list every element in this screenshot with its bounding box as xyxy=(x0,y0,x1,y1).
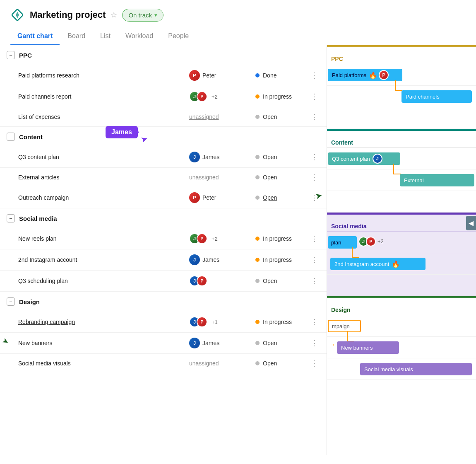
avatar: P xyxy=(197,317,207,327)
tab-gantt-chart[interactable]: Gantt chart xyxy=(10,27,60,45)
tab-people[interactable]: People xyxy=(161,27,196,45)
task-name: Q3 content plan xyxy=(18,154,189,160)
task-list: James ➤ − PPC Paid platforms research P … xyxy=(0,45,327,455)
project-title: Marketing project xyxy=(30,10,106,20)
task-name: 2nd Instagram account xyxy=(18,256,189,263)
collapse-design-button[interactable]: − xyxy=(7,297,15,306)
unassigned-link[interactable]: unassigned xyxy=(189,114,219,120)
tab-workload[interactable]: Workload xyxy=(118,27,161,45)
gantt-bar-paid-platforms: Paid platforms 🔥 P xyxy=(328,69,402,81)
gantt-bar-paid-channels: Paid channels xyxy=(401,90,472,103)
avatar-stack: J P xyxy=(189,233,207,244)
section-ppc-title: PPC xyxy=(19,52,32,59)
arrow-david-icon: ➤ xyxy=(1,336,11,347)
status-label: Done xyxy=(263,72,276,79)
gantt-row xyxy=(327,107,476,129)
status-area: In progress xyxy=(255,235,309,242)
task-name: Q3 scheduling plan xyxy=(18,278,189,284)
status-area: Open xyxy=(255,360,309,367)
assignee-name: Peter xyxy=(202,72,216,79)
assignee-name: James xyxy=(202,340,219,346)
table-row: Paid platforms research P Peter Done ⋮ xyxy=(0,65,327,86)
task-name: Paid channels report xyxy=(18,93,189,100)
status-area: Open xyxy=(255,278,309,284)
more-options-button[interactable]: ⋮ xyxy=(309,71,320,80)
gantt-row: → New banners xyxy=(327,337,476,358)
scroll-left-button[interactable]: ◀ xyxy=(466,216,476,230)
avatar: P xyxy=(189,70,200,81)
gantt-ppc-header: PPC xyxy=(327,45,476,64)
avatar-stack: J P xyxy=(189,317,207,327)
task-name: New reels plan xyxy=(18,235,189,242)
more-options-button[interactable]: ⋮ xyxy=(309,338,320,348)
table-row: Social media visuals unassigned Open ⋮ xyxy=(0,354,327,373)
star-icon[interactable]: ☆ xyxy=(111,10,117,19)
section-design: − Design xyxy=(0,292,327,312)
connector xyxy=(393,164,401,174)
more-options-button[interactable]: ⋮ xyxy=(309,152,320,162)
gantt-ppc-bar xyxy=(327,45,476,47)
assignee-area: unassigned xyxy=(189,360,255,367)
gantt-row xyxy=(327,275,476,296)
status-area: In progress xyxy=(255,319,309,325)
status-label: Open xyxy=(263,194,277,201)
status-area: Open xyxy=(255,114,309,120)
avatar-stack: J P xyxy=(189,276,207,286)
more-options-button[interactable]: ⋮ xyxy=(309,317,320,326)
status-label: Open xyxy=(263,278,277,284)
status-dot xyxy=(255,73,260,77)
more-options-button[interactable]: ⋮ xyxy=(309,112,320,121)
table-row: External articles unassigned Open ⋮ xyxy=(0,168,327,187)
assignee-area: J James xyxy=(189,152,255,162)
status-dot xyxy=(255,115,260,119)
status-label: Open xyxy=(263,154,277,160)
collapse-content-button[interactable]: − xyxy=(7,133,15,141)
avatar: J xyxy=(189,338,200,348)
table-row: Q3 scheduling plan J P Open ⋮ xyxy=(0,271,327,292)
more-options-button[interactable]: ⋮ xyxy=(309,276,320,285)
gantt-bar-social-visuals: Social media visuals xyxy=(360,363,472,375)
more-options-button[interactable]: ⋮ xyxy=(309,234,320,243)
section-design-title: Design xyxy=(19,298,40,305)
gantt-content-header: Content xyxy=(327,129,476,148)
chevron-down-icon: ▾ xyxy=(154,12,157,18)
collapse-social-button[interactable]: − xyxy=(7,214,15,222)
gantt-row: 2nd Instagram account 🔥 xyxy=(327,253,476,275)
avatar: P xyxy=(197,91,207,102)
nav-tabs: Gantt chart Board List Workload People xyxy=(0,27,476,45)
header: Marketing project ☆ On track ▾ xyxy=(0,0,476,27)
avatar: P xyxy=(366,237,376,247)
gantt-social-header: Social media ◀ xyxy=(327,213,476,232)
collapse-ppc-button[interactable]: − xyxy=(7,51,15,59)
more-options-button[interactable]: ⋮ xyxy=(309,359,320,368)
gantt-row: Q3 content plan J xyxy=(327,148,476,169)
more-options-button[interactable]: ⋮ xyxy=(309,92,320,101)
task-name: List of expenses xyxy=(18,114,189,120)
status-badge[interactable]: On track ▾ xyxy=(122,9,163,22)
gantt-content-bar xyxy=(327,129,476,131)
status-label: Open xyxy=(263,360,277,367)
table-row: Q3 content plan J James Open ⋮ xyxy=(0,147,327,168)
assignee-name: James xyxy=(202,256,219,263)
status-dot xyxy=(255,175,260,179)
plus-count: +1 xyxy=(212,319,218,325)
status-area: Open xyxy=(255,194,309,201)
status-area: In progress xyxy=(255,93,309,100)
gantt-section-social: Social media xyxy=(331,223,367,230)
more-options-button[interactable]: ⋮ xyxy=(309,255,320,264)
status-label: In progress xyxy=(263,93,292,100)
avatar: J xyxy=(189,254,200,265)
tab-board[interactable]: Board xyxy=(60,27,93,45)
task-name: Paid platforms research xyxy=(18,72,189,79)
tab-list[interactable]: List xyxy=(93,27,118,45)
assignee-name: unassigned xyxy=(189,174,219,181)
gantt-row: Social media visuals xyxy=(327,358,476,380)
avatar: P xyxy=(189,192,200,203)
more-options-button[interactable]: ⋮ xyxy=(309,173,320,182)
connector xyxy=(395,80,402,91)
assignee-area: J James xyxy=(189,338,255,348)
assignee-area: J P +1 xyxy=(189,317,255,327)
status-dot xyxy=(255,94,260,99)
avatar: P xyxy=(197,276,207,286)
status-label: In progress xyxy=(263,319,292,325)
